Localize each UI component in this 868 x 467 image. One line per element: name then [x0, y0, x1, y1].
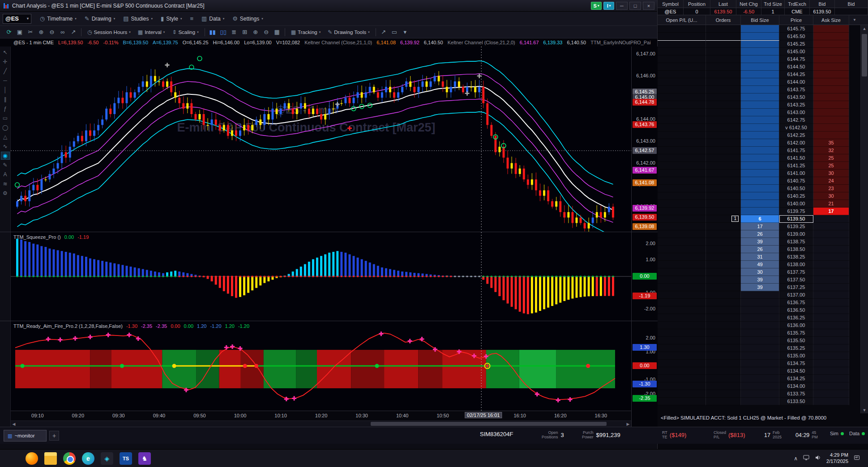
ask-size-cell[interactable]: 24	[813, 177, 849, 185]
ask-size-cell[interactable]	[813, 344, 849, 352]
symbol-input[interactable]: @ES▾	[3, 14, 31, 24]
more-button[interactable]: ▾	[400, 27, 410, 37]
pencil-tool-icon[interactable]: ✎	[1, 161, 10, 169]
orders-cell[interactable]	[706, 132, 741, 139]
price-cell[interactable]: 6141.75	[779, 147, 813, 154]
price-cell[interactable]: 6144.50	[779, 63, 813, 71]
bid-size-cell[interactable]	[741, 25, 779, 33]
squeeze-indicator-pane[interactable]	[11, 232, 631, 321]
bid-size-cell[interactable]	[741, 200, 779, 208]
pointer-tracking-tool-icon[interactable]: ◉	[1, 152, 10, 160]
bid-size-cell[interactable]: 30	[741, 268, 779, 276]
taskbar-clock[interactable]: 4:29 PM 2/17/2025	[826, 452, 848, 465]
bid-size-cell[interactable]	[741, 86, 779, 93]
refresh-button[interactable]: ⟳	[4, 27, 14, 37]
ask-size-cell[interactable]	[813, 382, 849, 390]
ask-size-cell[interactable]	[813, 329, 849, 337]
vertical-line-tool-icon[interactable]: │	[1, 86, 10, 94]
add-pane-button[interactable]: ⊞	[239, 27, 250, 37]
price-cell[interactable]: 6137.75	[779, 268, 813, 276]
orders-cell[interactable]	[706, 63, 741, 71]
ask-size-cell[interactable]	[813, 101, 849, 109]
ask-size-cell[interactable]	[813, 25, 849, 33]
parallel-channel-tool-icon[interactable]: ∥	[1, 95, 10, 103]
price-cell[interactable]: 6138.75	[779, 238, 813, 246]
orders-cell[interactable]	[706, 291, 741, 299]
ask-size-cell[interactable]	[813, 40, 849, 48]
bid-size-cell[interactable]: 39	[741, 238, 779, 246]
price-cell[interactable]: 6137.00	[779, 291, 813, 299]
bid-size-cell[interactable]	[741, 139, 779, 147]
scroll-left-icon[interactable]: ◀	[11, 421, 17, 427]
bid-size-cell[interactable]	[741, 177, 779, 185]
orders-cell[interactable]	[706, 40, 741, 48]
ask-size-cell[interactable]	[813, 86, 849, 93]
bid-size-cell[interactable]	[741, 71, 779, 78]
price-cell[interactable]: 6136.50	[779, 306, 813, 314]
style-quick-button[interactable]: S▾	[591, 2, 602, 10]
price-cell[interactable]: 6145.00	[779, 48, 813, 55]
bid-size-cell[interactable]	[741, 329, 779, 337]
orders-cell[interactable]	[706, 360, 741, 367]
ask-size-cell[interactable]	[813, 238, 849, 246]
price-cell[interactable]: 6135.50	[779, 337, 813, 344]
bid-size-cell[interactable]	[741, 170, 779, 177]
chart-zoom-in-button[interactable]: ⊕	[250, 27, 261, 37]
ask-size-cell[interactable]	[813, 253, 849, 261]
orders-cell[interactable]	[706, 314, 741, 322]
orders-cell[interactable]	[706, 177, 741, 185]
price-cell[interactable]: 6137.50	[779, 276, 813, 284]
price-cell[interactable]: 6139.25	[779, 223, 813, 230]
maximize-button[interactable]: □	[629, 2, 641, 10]
orders-cell[interactable]	[706, 185, 741, 192]
interval-dropdown[interactable]: ▦Interval▾	[134, 27, 169, 37]
ask-size-cell[interactable]	[813, 360, 849, 367]
ask-size-cell[interactable]	[813, 337, 849, 344]
cut-button[interactable]: ✂	[25, 27, 36, 37]
ask-size-cell[interactable]	[813, 299, 849, 306]
taskbar-explorer-icon[interactable]	[44, 452, 57, 465]
orders-cell[interactable]	[706, 55, 741, 63]
session-hours-dropdown[interactable]: ◷Session Hours▾	[84, 27, 134, 37]
orders-cell[interactable]	[706, 154, 741, 162]
zoom-in-button[interactable]: ⊕	[36, 27, 47, 37]
taskbar-tradestation-icon[interactable]: TS	[120, 452, 132, 465]
price-axis[interactable]: 6,147.006,146.006,144.006,143.006,142.00…	[631, 47, 658, 232]
chart-zoom-out-button[interactable]: ⊖	[261, 27, 272, 37]
price-cell[interactable]: 6133.75	[779, 390, 813, 398]
price-cell[interactable]: v 6142.50	[779, 124, 813, 132]
ask-size-cell[interactable]	[813, 268, 849, 276]
price-cell[interactable]: 6136.00	[779, 322, 813, 329]
orders-cell[interactable]	[706, 33, 741, 40]
orders-cell[interactable]	[706, 93, 741, 101]
ask-size-cell[interactable]	[813, 63, 849, 71]
ask-size-cell[interactable]	[813, 352, 849, 360]
bid-size-cell[interactable]	[741, 63, 779, 71]
menu-data[interactable]: ▥Data▾	[197, 13, 228, 25]
ask-size-cell[interactable]	[813, 375, 849, 382]
bid-size-cell[interactable]: 31	[741, 253, 779, 261]
ask-size-cell[interactable]	[813, 33, 849, 40]
orders-cell[interactable]	[706, 78, 741, 86]
bid-size-cell[interactable]	[741, 390, 779, 398]
price-cell[interactable]: 6144.00	[779, 78, 813, 86]
orders-cell[interactable]	[706, 208, 741, 215]
ask-size-cell[interactable]	[813, 48, 849, 55]
rectangle-tool-icon[interactable]: ▭	[1, 114, 10, 122]
orders-cell[interactable]	[706, 192, 741, 200]
bid-size-cell[interactable]	[741, 147, 779, 154]
orders-cell[interactable]	[706, 375, 741, 382]
orders-cell[interactable]	[706, 116, 741, 124]
price-cell[interactable]: 6136.75	[779, 299, 813, 306]
bid-size-cell[interactable]: 26	[741, 246, 779, 253]
orders-cell[interactable]	[706, 276, 741, 284]
tools-settings-button-icon[interactable]: ⚙	[1, 189, 10, 197]
ask-size-cell[interactable]	[813, 223, 849, 230]
orders-cell[interactable]	[706, 238, 741, 246]
menu-drawing[interactable]: ✎Drawing▾	[81, 13, 119, 25]
style-candles-button[interactable]: ▯▯	[218, 27, 229, 37]
price-cell[interactable]: 6142.25	[779, 132, 813, 139]
ellipse-tool-icon[interactable]: ◯	[1, 123, 10, 132]
bid-size-cell[interactable]	[741, 78, 779, 86]
ask-size-cell[interactable]: 25	[813, 162, 849, 170]
